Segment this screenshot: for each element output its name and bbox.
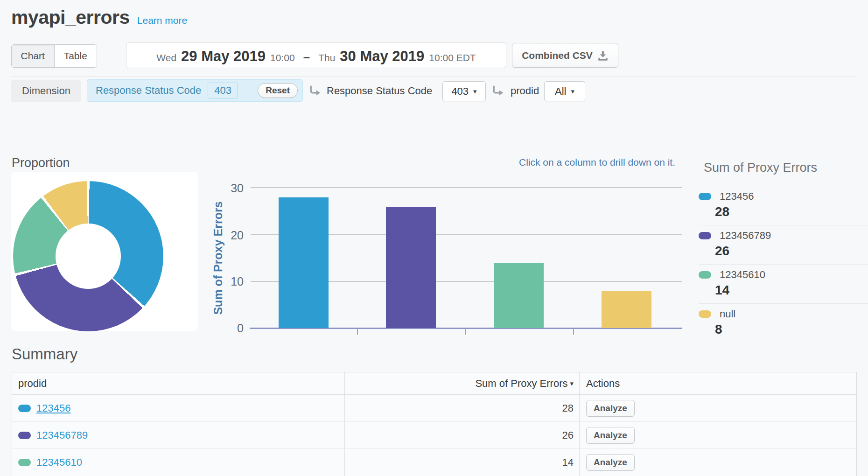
- dimension-label: Dimension: [11, 80, 81, 102]
- drilldown-1-label: Response Status Code: [327, 80, 432, 102]
- table-row: 123456 28 Analyze: [12, 395, 856, 422]
- y-tick-20: 20: [220, 229, 244, 242]
- table-header-row: prodid Sum of Proxy Errors ▾ Actions: [12, 372, 856, 395]
- start-day: Wed: [156, 52, 176, 63]
- y-tick-10: 10: [220, 275, 244, 288]
- legend-title: Sum of Proxy Errors: [699, 161, 868, 175]
- chevron-down-icon: ▾: [473, 87, 477, 96]
- table-row: 123456789 26 Analyze: [12, 422, 856, 449]
- y-tick-0: 0: [220, 322, 244, 335]
- legend-item-label: 123456789: [720, 230, 771, 242]
- x-axis-tick: [465, 329, 466, 335]
- legend-item-value: 28: [715, 204, 868, 219]
- start-date: 29 May 2019: [181, 48, 266, 65]
- column-header-sum-label: Sum of Proxy Errors: [475, 378, 567, 390]
- legend-item-label: 123456: [720, 190, 754, 203]
- summary-title: Summary: [12, 345, 77, 363]
- drilldown-1-selected: 403: [451, 85, 469, 98]
- sum-cell: 26: [344, 422, 579, 448]
- color-swatch: [699, 310, 711, 318]
- bar-123456[interactable]: [279, 197, 329, 328]
- download-icon: [597, 50, 609, 61]
- active-filter-name: Response Status Code: [96, 84, 201, 97]
- tab-chart[interactable]: Chart: [12, 45, 54, 67]
- table-row: 12345610 14 Analyze: [12, 449, 856, 476]
- legend-item: 123456789 26: [699, 225, 868, 265]
- reset-button[interactable]: Reset: [258, 83, 298, 98]
- color-swatch: [699, 271, 711, 279]
- summary-table: prodid Sum of Proxy Errors ▾ Actions 123…: [12, 372, 857, 476]
- bar-123456789[interactable]: [386, 207, 436, 328]
- page-title: myapi_errors: [11, 7, 130, 28]
- combined-csv-button[interactable]: Combined CSV: [512, 43, 618, 68]
- bar-12345610[interactable]: [494, 263, 544, 328]
- column-header-sum[interactable]: Sum of Proxy Errors ▾: [344, 372, 579, 394]
- combined-csv-label: Combined CSV: [522, 50, 593, 61]
- y-axis-label: Sum of Proxy Errors: [211, 201, 225, 315]
- x-axis-tick: [573, 329, 574, 335]
- legend-item: null 8: [699, 304, 868, 343]
- tab-table[interactable]: Table: [54, 45, 97, 67]
- bar-null[interactable]: [602, 291, 651, 328]
- color-swatch: [18, 432, 31, 439]
- legend-item: 123456 28: [699, 186, 868, 225]
- start-time: 10:00: [270, 52, 295, 63]
- gridline-30: [251, 187, 682, 188]
- end-day: Thu: [318, 52, 335, 63]
- date-range-picker[interactable]: Wed 29 May 2019 10:00 – Thu 30 May 2019 …: [126, 42, 506, 68]
- legend-item-label: null: [720, 308, 735, 320]
- analyze-button[interactable]: Analyze: [586, 400, 635, 417]
- sort-desc-icon: ▾: [570, 379, 574, 388]
- column-header-actions: Actions: [579, 372, 856, 394]
- chart-legend: Sum of Proxy Errors 123456 28 123456789 …: [699, 161, 868, 343]
- drilldown-hint: Click on a column to drill down on it.: [519, 157, 675, 168]
- drilldown-2-select[interactable]: All ▾: [544, 81, 585, 101]
- legend-item-value: 8: [715, 322, 868, 337]
- sum-cell: 28: [344, 395, 579, 421]
- x-axis-tick: [357, 329, 358, 335]
- analyze-button[interactable]: Analyze: [586, 427, 635, 444]
- column-header-prodid[interactable]: prodid: [12, 372, 344, 394]
- y-tick-30: 30: [220, 182, 244, 195]
- end-time: 10:00 EDT: [429, 52, 476, 63]
- drilldown-2-selected: All: [555, 85, 566, 98]
- bar-chart: [250, 182, 682, 328]
- proportion-card: [11, 172, 198, 331]
- legend-item: 12345610 14: [699, 265, 868, 304]
- color-swatch: [699, 193, 711, 200]
- color-swatch: [18, 405, 31, 412]
- active-filter-value: 403: [208, 83, 238, 98]
- analyze-button[interactable]: Analyze: [586, 454, 635, 471]
- drilldown-2-label: prodid: [511, 80, 539, 102]
- prodid-link[interactable]: 12345610: [36, 456, 82, 469]
- legend-item-label: 12345610: [720, 269, 765, 281]
- chevron-down-icon: ▾: [571, 87, 574, 96]
- drilldown-arrow-icon: [308, 84, 322, 98]
- controls-divider: [11, 76, 857, 77]
- active-filter-chip: Response Status Code 403 Reset: [87, 79, 303, 102]
- learn-more-link[interactable]: Learn more: [137, 15, 187, 26]
- proportion-title: Proportion: [12, 156, 70, 170]
- header: myapi_errors Learn more: [11, 7, 187, 28]
- proportion-donut-chart[interactable]: [13, 181, 163, 331]
- color-swatch: [18, 459, 31, 466]
- legend-item-value: 14: [715, 283, 868, 298]
- prodid-link[interactable]: 123456789: [36, 429, 88, 441]
- filter-divider: [11, 109, 857, 109]
- report-page: myapi_errors Learn more Chart Table Wed …: [0, 0, 868, 476]
- date-range-separator: –: [300, 50, 314, 64]
- drilldown-1-select[interactable]: 403 ▾: [442, 81, 486, 101]
- color-swatch: [699, 232, 711, 239]
- drilldown-arrow-icon: [491, 84, 505, 98]
- legend-item-value: 26: [715, 244, 868, 259]
- prodid-link[interactable]: 123456: [36, 402, 70, 414]
- sum-cell: 14: [344, 449, 579, 476]
- chart-table-toggle: Chart Table: [11, 44, 97, 68]
- end-date: 30 May 2019: [340, 48, 424, 65]
